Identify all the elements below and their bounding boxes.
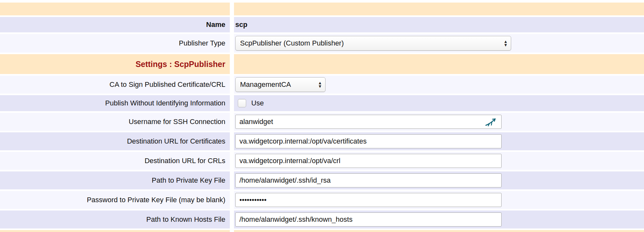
ca-label: CA to Sign Published Certificate/CRL	[0, 76, 230, 94]
bottom-band-right	[234, 230, 644, 232]
publisher-type-select[interactable]: ScpPublisher (Custom Publisher) ▲ ▼	[235, 36, 511, 51]
column-gutter	[230, 3, 234, 15]
column-gutter	[230, 191, 234, 209]
cert-destination-url-input[interactable]	[235, 134, 502, 148]
top-band-right	[234, 3, 644, 15]
private-key-path-input[interactable]	[235, 173, 502, 187]
ca-selected-value: ManagementCA	[240, 80, 291, 89]
top-band-left	[0, 3, 230, 15]
column-gutter	[230, 171, 234, 189]
publish-without-info-checkbox[interactable]	[238, 99, 246, 107]
private-key-password-input[interactable]	[235, 193, 502, 207]
private-key-path-label: Path to Private Key File	[0, 171, 230, 189]
known-hosts-path-label: Path to Known Hosts File	[0, 211, 230, 228]
cert-url-label: Destination URL for Certificates	[0, 132, 230, 150]
crl-destination-url-input[interactable]	[235, 154, 502, 168]
ssh-username-label: Username for SSH Connection	[0, 113, 230, 131]
column-gutter	[230, 113, 234, 131]
anonymize-label: Publish Without Identifying Information	[0, 95, 230, 111]
publisher-type-label: Publisher Type	[0, 34, 230, 53]
publisher-type-selected-value: ScpPublisher (Custom Publisher)	[240, 39, 344, 47]
private-key-password-label: Password to Private Key File (may be bla…	[0, 191, 230, 209]
column-gutter	[230, 132, 234, 150]
column-gutter	[230, 17, 234, 32]
settings-section-heading: Settings : ScpPublisher	[0, 54, 230, 74]
name-label: Name	[0, 17, 230, 32]
column-gutter	[230, 34, 234, 53]
column-gutter	[230, 211, 234, 228]
column-gutter	[230, 76, 234, 94]
publisher-edit-form: Name scp Publisher Type ScpPublisher (Cu…	[0, 0, 644, 232]
bottom-band-left	[0, 230, 230, 232]
column-gutter	[230, 230, 234, 232]
select-updown-icon: ▲ ▼	[503, 40, 508, 47]
column-gutter	[230, 54, 234, 74]
name-value: scp	[235, 21, 247, 29]
password-manager-impala-icon[interactable]	[485, 117, 497, 126]
crl-url-label: Destination URL for CRLs	[0, 152, 230, 170]
known-hosts-path-input[interactable]	[235, 212, 502, 227]
column-gutter	[230, 152, 234, 170]
ca-select[interactable]: ManagementCA ▲ ▼	[235, 77, 326, 92]
select-updown-icon: ▲ ▼	[318, 81, 322, 88]
column-gutter	[230, 95, 234, 111]
settings-band-right	[234, 54, 644, 74]
ssh-username-input[interactable]	[235, 115, 502, 129]
checkbox-use-label: Use	[251, 99, 264, 107]
